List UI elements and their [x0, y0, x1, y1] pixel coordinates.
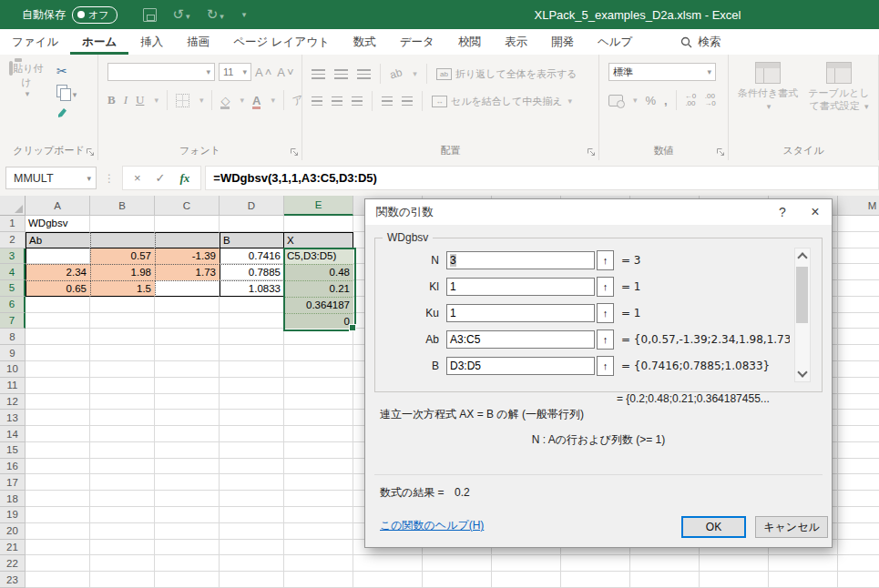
- search-box[interactable]: 検索: [680, 35, 721, 50]
- row-header-14[interactable]: 14: [0, 426, 26, 442]
- cell-G22[interactable]: [423, 555, 492, 572]
- col-header-A[interactable]: A: [26, 196, 90, 216]
- cell-A5[interactable]: 0.65: [26, 280, 90, 297]
- cell-B21[interactable]: [90, 540, 155, 556]
- dialog-scrollbar[interactable]: [794, 248, 811, 382]
- cell-C13[interactable]: [155, 410, 220, 426]
- cell-E20[interactable]: [284, 523, 353, 540]
- cell-E13[interactable]: [284, 410, 353, 426]
- cell-M9[interactable]: [838, 345, 879, 361]
- cell-A3[interactable]: [26, 248, 90, 265]
- row-header-18[interactable]: 18: [0, 491, 26, 507]
- autosave-toggle[interactable]: オフ: [72, 6, 118, 24]
- cell-M22[interactable]: [838, 555, 879, 572]
- cell-C8[interactable]: [155, 329, 220, 345]
- cell-C20[interactable]: [155, 523, 220, 540]
- autosave-control[interactable]: 自動保存 オフ: [22, 6, 118, 24]
- cut-icon[interactable]: ✂: [56, 64, 77, 78]
- cell-B18[interactable]: [90, 491, 155, 507]
- cell-K22[interactable]: [700, 555, 769, 572]
- number-format-combo[interactable]: 標準▾: [608, 63, 716, 81]
- arg-input-N[interactable]: 3: [446, 251, 595, 269]
- tab-help[interactable]: ヘルプ: [586, 30, 644, 55]
- cell-A15[interactable]: [26, 442, 90, 459]
- cell-A23[interactable]: [26, 572, 90, 588]
- cell-K23[interactable]: [700, 572, 769, 588]
- cell-C12[interactable]: [155, 394, 220, 411]
- cell-C5[interactable]: [155, 280, 220, 297]
- scrollbar-thumb[interactable]: [796, 267, 808, 323]
- cell-A21[interactable]: [26, 540, 90, 556]
- cell-A7[interactable]: [26, 313, 90, 329]
- range-selector-icon-N[interactable]: ↑: [597, 250, 614, 270]
- cell-I22[interactable]: [561, 555, 630, 572]
- col-header-D[interactable]: D: [220, 196, 284, 216]
- row-header-4[interactable]: 4: [0, 264, 26, 280]
- cell-D9[interactable]: [220, 345, 284, 361]
- cell-E19[interactable]: [284, 507, 353, 523]
- number-dialog-launcher-icon[interactable]: [716, 147, 725, 157]
- increase-decimal-icon[interactable]: ←0.00: [685, 93, 696, 107]
- fill-color-icon[interactable]: ◇: [220, 94, 230, 107]
- select-all-corner[interactable]: [0, 196, 26, 216]
- row-header-11[interactable]: 11: [0, 378, 26, 394]
- arg-input-Ku[interactable]: 1: [446, 304, 595, 322]
- cell-M2[interactable]: [838, 232, 879, 248]
- cell-M23[interactable]: [838, 572, 879, 588]
- cell-A19[interactable]: [26, 507, 90, 523]
- cell-H23[interactable]: [492, 572, 561, 588]
- merge-center-button[interactable]: ↔ セルを結合して中央揃え ▾: [432, 95, 572, 108]
- cell-D5[interactable]: 1.0833: [220, 280, 284, 297]
- cell-B7[interactable]: [90, 313, 155, 329]
- cell-D10[interactable]: [220, 361, 284, 378]
- scroll-down-icon[interactable]: [797, 367, 807, 377]
- cell-L23[interactable]: [769, 572, 838, 588]
- cell-A18[interactable]: [26, 491, 90, 507]
- cell-C22[interactable]: [155, 555, 220, 572]
- cell-C3[interactable]: -1.39: [155, 248, 220, 265]
- row-header-12[interactable]: 12: [0, 394, 26, 411]
- undo-icon[interactable]: ↺▾: [173, 6, 190, 23]
- cell-D6[interactable]: [220, 297, 284, 313]
- cell-B8[interactable]: [90, 329, 155, 345]
- cell-J22[interactable]: [630, 555, 700, 572]
- cell-C11[interactable]: [155, 378, 220, 394]
- cell-E15[interactable]: [284, 442, 353, 459]
- cell-A16[interactable]: [26, 459, 90, 475]
- align-right-icon[interactable]: [352, 96, 363, 106]
- increase-indent-icon[interactable]: [402, 96, 413, 106]
- cell-M7[interactable]: [838, 313, 879, 329]
- tab-home[interactable]: ホーム: [70, 30, 128, 55]
- cell-C16[interactable]: [155, 459, 220, 475]
- cell-E21[interactable]: [284, 540, 353, 556]
- align-bottom-icon[interactable]: [357, 69, 371, 79]
- cell-C10[interactable]: [155, 361, 220, 378]
- function-help-link[interactable]: この関数のヘルプ(H): [380, 518, 484, 533]
- name-box-dropdown-icon[interactable]: ▾: [87, 174, 91, 183]
- clipboard-dialog-launcher-icon[interactable]: [86, 147, 95, 157]
- save-icon[interactable]: [143, 8, 157, 22]
- cancel-entry-icon[interactable]: ×: [134, 171, 141, 185]
- cell-A2[interactable]: Ab: [26, 232, 90, 248]
- row-header-1[interactable]: 1: [0, 216, 26, 232]
- paste-button[interactable]: 貼り付け ▾: [5, 62, 47, 98]
- cell-D14[interactable]: [220, 426, 284, 442]
- cell-E1[interactable]: [284, 216, 353, 232]
- redo-icon[interactable]: ↻▾: [207, 6, 224, 23]
- cell-C9[interactable]: [155, 345, 220, 361]
- cell-E16[interactable]: [284, 459, 353, 475]
- cell-F22[interactable]: [353, 555, 423, 572]
- cell-B12[interactable]: [90, 394, 155, 411]
- cell-C7[interactable]: [155, 313, 220, 329]
- cell-M19[interactable]: [838, 507, 879, 523]
- wrap-text-button[interactable]: ab 折り返して全体を表示する: [436, 67, 577, 81]
- cell-D1[interactable]: [220, 216, 284, 232]
- format-painter-icon[interactable]: [56, 106, 68, 118]
- cell-B3[interactable]: 0.57: [90, 248, 155, 265]
- cell-E9[interactable]: [284, 345, 353, 361]
- font-color-icon[interactable]: A: [252, 94, 261, 107]
- cell-B9[interactable]: [90, 345, 155, 361]
- dialog-close-icon[interactable]: ×: [799, 199, 832, 225]
- cell-D23[interactable]: [220, 572, 284, 588]
- cell-M8[interactable]: [838, 329, 879, 345]
